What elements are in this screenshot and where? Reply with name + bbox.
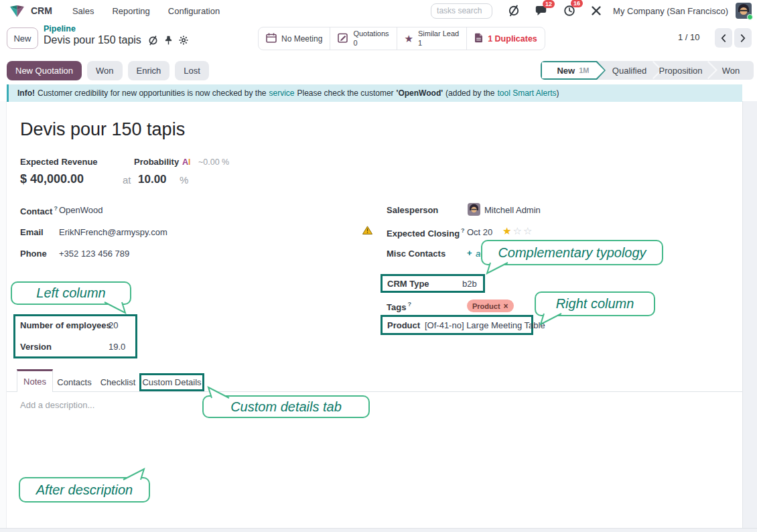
tab-checklist[interactable]: Checklist xyxy=(96,373,140,391)
annotation-text: Left column xyxy=(36,285,105,301)
user-avatar[interactable] xyxy=(736,3,752,19)
menu-sales[interactable]: Sales xyxy=(72,6,94,16)
breadcrumb-pipeline-link[interactable]: Pipeline xyxy=(44,24,188,34)
expected-closing-label: Expected Closing? xyxy=(387,227,465,239)
sheet-left-margin xyxy=(0,101,7,528)
description-editor[interactable]: Add a description... xyxy=(7,392,742,528)
plus-icon[interactable]: + xyxy=(467,248,472,258)
similar-lead-button[interactable]: ★ Similar Lead1 xyxy=(397,27,468,50)
no-meeting-button[interactable]: No Meeting xyxy=(259,27,330,50)
tag-label: Product xyxy=(472,302,500,310)
tasks-search-input[interactable] xyxy=(431,3,492,19)
record-pager-counter: 1 / 10 xyxy=(678,32,700,42)
salesperson-value[interactable]: Mitchell Admin xyxy=(484,205,541,215)
expected-closing-help-marker: ? xyxy=(461,227,465,234)
refresh-record-icon[interactable] xyxy=(148,36,158,46)
sheet-bottom-margin xyxy=(0,528,757,532)
alert-smart-alerts-link[interactable]: tool Smart Alerts xyxy=(497,88,556,98)
sync-icon[interactable] xyxy=(508,5,520,17)
alert-service-link[interactable]: service xyxy=(269,88,295,98)
messages-icon[interactable]: 12 xyxy=(535,5,548,17)
similar-lead-label: Similar Lead1 xyxy=(418,29,459,47)
activities-clock-icon[interactable]: 16 xyxy=(563,5,575,17)
at-label: at xyxy=(123,174,131,186)
pager-next-button[interactable] xyxy=(734,28,752,48)
email-value[interactable]: ErikNFrench@armyspy.com xyxy=(59,227,167,237)
product-label: Product xyxy=(387,320,420,330)
messages-badge: 12 xyxy=(543,0,555,8)
tag-remove-icon[interactable]: × xyxy=(504,302,508,311)
tab-contacts[interactable]: Contacts xyxy=(53,373,96,391)
annotation-text: Right column xyxy=(556,296,634,312)
top-navbar: CRM Sales Reporting Configuration 12 16 … xyxy=(0,0,757,21)
contact-help-marker: ? xyxy=(54,205,58,212)
employees-value[interactable]: 20 xyxy=(109,320,118,330)
annotation-right-column: Right column xyxy=(535,291,655,316)
product-value[interactable]: [Of-41-no] Large Meeting Table xyxy=(425,320,545,330)
annotation-complementary-typology: Complementary typology xyxy=(481,240,663,265)
phone-value[interactable]: +352 123 456 789 xyxy=(59,249,129,259)
annotation-text: Custom details tab xyxy=(230,399,342,415)
status-row: New Quotation Won Enrich Lost New 1M Qua… xyxy=(0,58,757,83)
stage-won[interactable]: Won xyxy=(708,61,754,80)
won-button[interactable]: Won xyxy=(87,61,123,80)
ai-icon: AI xyxy=(182,157,191,167)
tags-help-marker: ? xyxy=(407,301,411,308)
crm-type-value[interactable]: b2b xyxy=(462,279,477,289)
contact-value[interactable]: OpenWood xyxy=(59,205,103,215)
stage-new-active[interactable]: New 1M xyxy=(541,61,606,80)
probability-value[interactable]: 10.00 xyxy=(138,173,167,186)
contact-label: Contact? xyxy=(20,205,58,216)
duplicates-button[interactable]: 1 Duplicates xyxy=(467,27,545,50)
alert-text: Please check the customer xyxy=(297,88,394,98)
percent-label: % xyxy=(180,174,188,186)
tools-icon[interactable] xyxy=(591,5,602,16)
expected-revenue-label: Expected Revenue xyxy=(20,157,98,167)
lost-button[interactable]: Lost xyxy=(175,61,209,80)
version-label: Version xyxy=(20,342,52,352)
company-switcher[interactable]: My Company (San Francisco) xyxy=(613,6,728,16)
email-warning-icon[interactable] xyxy=(362,226,372,237)
quotations-button[interactable]: Quotations0 xyxy=(330,27,397,50)
pin-icon[interactable] xyxy=(164,36,173,45)
misc-contacts-label: Misc Contacts xyxy=(387,249,445,259)
annotation-after-description: After description xyxy=(19,477,150,503)
odoo-logo-icon[interactable] xyxy=(9,5,25,17)
expected-revenue-value[interactable]: $ 40,000.00 xyxy=(20,172,84,186)
breadcrumb-record-title: Devis pour 150 tapis xyxy=(44,34,141,46)
stage-new-label: New xyxy=(557,66,575,76)
crm-type-label: CRM Type xyxy=(387,279,429,289)
document-icon xyxy=(474,33,483,45)
alert-customer-name: 'OpenWood' xyxy=(397,88,443,98)
new-quotation-button[interactable]: New Quotation xyxy=(7,61,82,80)
crm-app-window: CRM Sales Reporting Configuration 12 16 … xyxy=(0,0,757,532)
enrich-button[interactable]: Enrich xyxy=(128,61,170,80)
version-value[interactable]: 19.0 xyxy=(109,342,125,352)
star-empty-icons: ☆☆ xyxy=(512,225,533,237)
control-panel: New Pipeline Devis pour 150 tapis No Mee… xyxy=(0,21,757,54)
calendar-icon xyxy=(266,33,277,45)
breadcrumb: Pipeline Devis pour 150 tapis xyxy=(44,24,188,46)
app-menu-crm[interactable]: CRM xyxy=(31,5,52,16)
salesperson-avatar xyxy=(468,203,480,218)
alert-text: (added by the xyxy=(445,88,494,98)
lead-title[interactable]: Devis pour 150 tapis xyxy=(20,119,185,140)
expected-closing-value[interactable]: Oct 20 xyxy=(467,227,492,237)
probability-hint: ~0.00 % xyxy=(198,157,229,167)
info-alert-banner: Info! Customer credibility for new oppor… xyxy=(7,84,742,102)
probability-label: Probability xyxy=(134,157,179,167)
menu-configuration[interactable]: Configuration xyxy=(168,6,220,16)
gear-icon[interactable] xyxy=(179,36,188,45)
menu-reporting[interactable]: Reporting xyxy=(112,6,149,16)
custom-details-highlight-box xyxy=(139,373,204,391)
annotation-text: After description xyxy=(36,482,133,498)
employees-label: Number of employees xyxy=(20,320,111,330)
pager-previous-button[interactable] xyxy=(715,28,732,48)
activities-badge: 16 xyxy=(571,0,583,7)
quotations-label: Quotations0 xyxy=(353,29,389,47)
priority-stars[interactable]: ★☆☆ xyxy=(502,225,533,237)
tab-notes[interactable]: Notes xyxy=(17,369,53,392)
alert-prefix: Info! xyxy=(17,88,35,98)
new-record-button[interactable]: New xyxy=(7,27,38,49)
tag-product-pill[interactable]: Product× xyxy=(467,300,514,312)
